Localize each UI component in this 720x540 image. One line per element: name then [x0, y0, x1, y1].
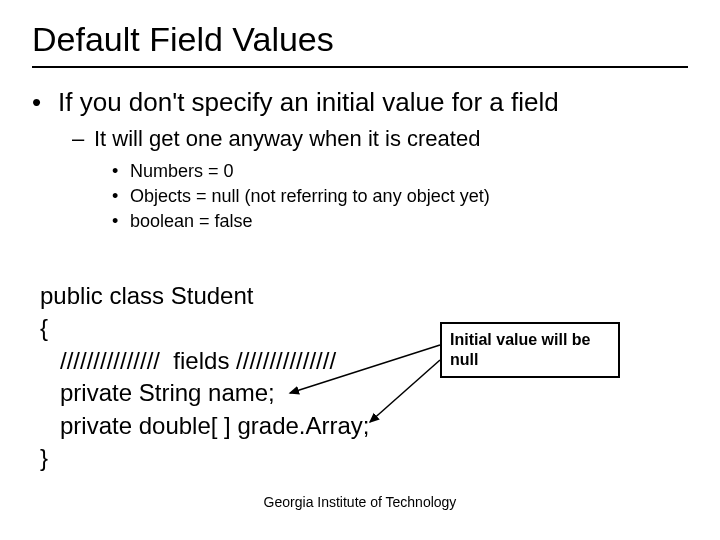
slide-title: Default Field Values [32, 20, 334, 59]
bullet-l2: It will get one anyway when it is create… [72, 125, 672, 235]
bullet-l1-text: If you don't specify an initial value fo… [58, 87, 559, 117]
slide: Default Field Values If you don't specif… [0, 0, 720, 540]
bullet-l3a: Numbers = 0 [112, 159, 672, 184]
bullet-l3c: boolean = false [112, 209, 672, 234]
bullet-l3a-text: Numbers = 0 [130, 161, 234, 181]
bullet-l1: If you don't specify an initial value fo… [32, 86, 672, 235]
bullet-l3b-text: Objects = null (not referring to any obj… [130, 186, 490, 206]
code-line-4: private String name; [40, 379, 275, 406]
bullet-l2-text: It will get one anyway when it is create… [94, 126, 480, 151]
title-underline [32, 66, 688, 68]
code-line-6: } [40, 444, 48, 471]
bullet-l3c-text: boolean = false [130, 211, 253, 231]
callout-text: Initial value will be null [450, 331, 590, 368]
bullet-list: If you don't specify an initial value fo… [32, 86, 672, 235]
code-line-5: private double[ ] grade.Array; [40, 412, 370, 439]
code-line-3: /////////////// fields /////////////// [40, 347, 336, 374]
bullet-l3b: Objects = null (not referring to any obj… [112, 184, 672, 209]
code-line-1: public class Student [40, 282, 253, 309]
callout-box: Initial value will be null [440, 322, 620, 378]
code-line-2: { [40, 314, 48, 341]
slide-footer: Georgia Institute of Technology [0, 494, 720, 510]
